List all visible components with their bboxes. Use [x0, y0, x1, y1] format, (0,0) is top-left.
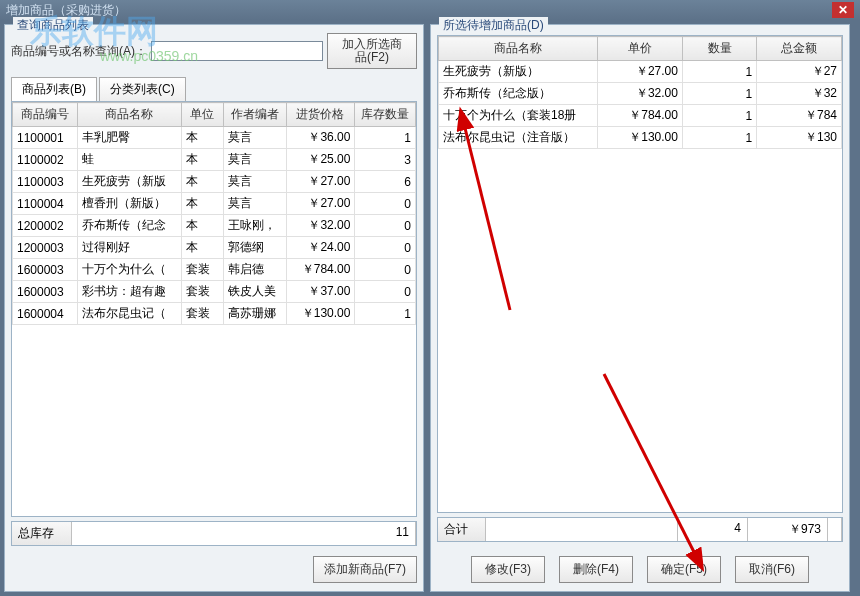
products-table[interactable]: 商品编号 商品名称 单位 作者编者 进货价格 库存数量 1100001丰乳肥臀本…: [11, 101, 417, 517]
col-sel-price[interactable]: 单价: [598, 37, 683, 61]
close-icon: ✕: [838, 3, 848, 17]
table-row[interactable]: 1600004法布尔昆虫记（套装高苏珊娜￥130.001: [13, 303, 416, 325]
col-sel-amount[interactable]: 总金额: [757, 37, 842, 61]
total-stock-value: 11: [72, 522, 416, 545]
delete-button[interactable]: 删除(F4): [559, 556, 633, 583]
left-panel: 查询商品列表 商品编号或名称查询(A)： 加入所选商品(F2) 商品列表(B) …: [4, 24, 424, 592]
table-row[interactable]: 1600003彩书坊：超有趣套装铁皮人美￥37.000: [13, 281, 416, 303]
col-price[interactable]: 进货价格: [286, 103, 355, 127]
tab-categories[interactable]: 分类列表(C): [99, 77, 186, 101]
total-amount: ￥973: [748, 518, 828, 541]
tab-products[interactable]: 商品列表(B): [11, 77, 97, 101]
right-panel: 所选待增加商品(D) 商品名称 单价 数量 总金额 生死疲劳（新版）￥27.00…: [430, 24, 850, 592]
table-row[interactable]: 1100002蛙本莫言￥25.003: [13, 149, 416, 171]
table-row[interactable]: 生死疲劳（新版）￥27.001￥27: [439, 61, 842, 83]
titlebar: 增加商品（采购进货） ✕: [0, 0, 860, 20]
close-button[interactable]: ✕: [832, 2, 854, 18]
total-stock-label: 总库存: [12, 522, 72, 545]
window-title: 增加商品（采购进货）: [6, 2, 126, 19]
selected-table[interactable]: 商品名称 单价 数量 总金额 生死疲劳（新版）￥27.001￥27乔布斯传（纪念…: [437, 35, 843, 513]
table-row[interactable]: 1600003十万个为什么（套装韩启德￥784.000: [13, 259, 416, 281]
table-row[interactable]: 乔布斯传（纪念版）￥32.001￥32: [439, 83, 842, 105]
col-stock[interactable]: 库存数量: [355, 103, 416, 127]
table-row[interactable]: 法布尔昆虫记（注音版）￥130.001￥130: [439, 127, 842, 149]
table-row[interactable]: 1100004檀香刑（新版）本莫言￥27.000: [13, 193, 416, 215]
search-label: 商品编号或名称查询(A)：: [11, 43, 147, 60]
col-unit[interactable]: 单位: [182, 103, 224, 127]
col-code[interactable]: 商品编号: [13, 103, 78, 127]
col-name[interactable]: 商品名称: [77, 103, 181, 127]
table-row[interactable]: 1100001丰乳肥臀本莫言￥36.001: [13, 127, 416, 149]
add-selected-button[interactable]: 加入所选商品(F2): [327, 33, 417, 69]
search-input[interactable]: [151, 41, 323, 61]
table-row[interactable]: 1200002乔布斯传（纪念本王咏刚，￥32.000: [13, 215, 416, 237]
edit-button[interactable]: 修改(F3): [471, 556, 545, 583]
col-sel-name[interactable]: 商品名称: [439, 37, 598, 61]
col-sel-qty[interactable]: 数量: [682, 37, 756, 61]
total-qty: 4: [678, 518, 748, 541]
add-new-product-button[interactable]: 添加新商品(F7): [313, 556, 417, 583]
col-author[interactable]: 作者编者: [223, 103, 286, 127]
cancel-button[interactable]: 取消(F6): [735, 556, 809, 583]
right-panel-title: 所选待增加商品(D): [439, 17, 548, 34]
left-panel-title: 查询商品列表: [13, 17, 93, 34]
left-footer: 总库存 11: [11, 521, 417, 546]
ok-button[interactable]: 确定(F5): [647, 556, 721, 583]
table-row[interactable]: 1100003生死疲劳（新版本莫言￥27.006: [13, 171, 416, 193]
table-row[interactable]: 1200003过得刚好本郭德纲￥24.000: [13, 237, 416, 259]
total-label: 合计: [438, 518, 486, 541]
table-row[interactable]: 十万个为什么（套装18册￥784.001￥784: [439, 105, 842, 127]
right-footer: 合计 4 ￥973: [437, 517, 843, 542]
